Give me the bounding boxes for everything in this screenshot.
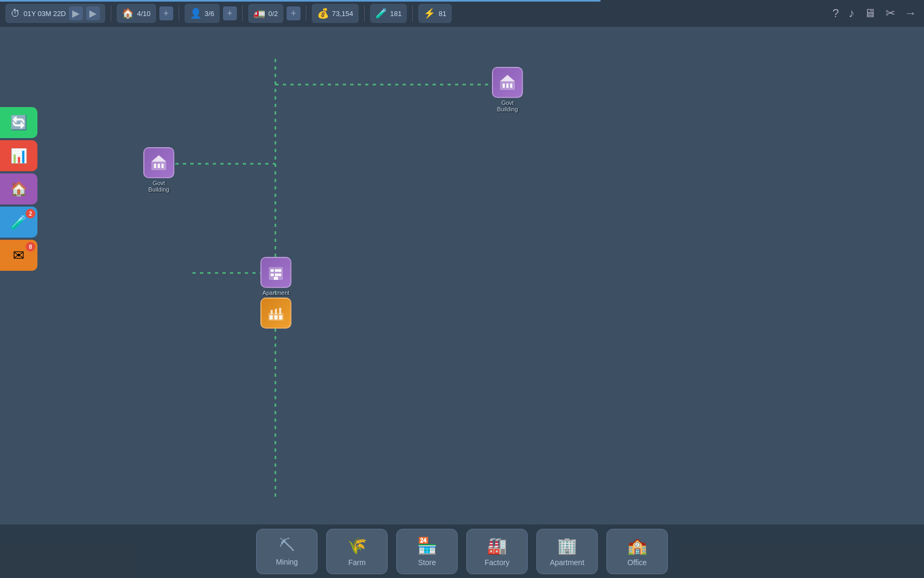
mining-label: Mining — [276, 558, 298, 566]
display-icon[interactable]: 🖥 — [862, 4, 878, 22]
house-count: 4/10 — [137, 10, 150, 18]
farm-button[interactable]: 🌾 Farm — [326, 529, 388, 574]
house-add-button[interactable]: + — [159, 6, 173, 20]
money-display: 💰 73,154 — [312, 4, 359, 23]
svg-rect-15 — [271, 269, 274, 272]
scissors-icon[interactable]: ✂ — [883, 4, 897, 22]
money-icon: 💰 — [317, 7, 329, 19]
mail-button[interactable]: ✉ 8 — [0, 240, 37, 271]
svg-rect-21 — [274, 277, 278, 280]
flask-icon: 🧪 — [375, 7, 387, 19]
mining-button[interactable]: ⛏ Mining — [256, 529, 318, 574]
path-svg — [0, 27, 924, 578]
top-bar: ⏱ 01Y 03M 22D ▶ ▶ 🏠 4/10 + 👤 3/6 + 🚛 0/2… — [0, 0, 924, 27]
mail-badge: 8 — [26, 242, 35, 252]
store-icon: 🏪 — [417, 536, 437, 555]
svg-rect-18 — [271, 273, 274, 276]
svg-rect-27 — [275, 309, 277, 314]
svg-rect-16 — [275, 269, 278, 272]
people-display: 👤 3/6 — [184, 4, 220, 23]
office-button[interactable]: 🏫 Office — [606, 529, 668, 574]
building-govt-1[interactable]: GovtBuilding — [492, 67, 523, 112]
govt-building-label-1: GovtBuilding — [497, 100, 518, 112]
housing-button[interactable]: 🏠 — [0, 173, 37, 204]
govt-building-icon-1 — [492, 67, 523, 98]
house-icon: 🏠 — [122, 7, 134, 19]
exit-icon[interactable]: → — [903, 4, 919, 22]
people-count: 3/6 — [205, 10, 214, 18]
govt-building-label-2: GovtBuilding — [148, 180, 169, 193]
separator-1 — [111, 5, 111, 21]
time-display: ⏱ 01Y 03M 22D ▶ ▶ — [5, 4, 105, 23]
music-icon[interactable]: ♪ — [846, 4, 857, 22]
people-add-button[interactable]: + — [223, 6, 237, 20]
separator-6 — [412, 5, 413, 21]
science-badge: 2 — [26, 209, 35, 218]
mining-icon: ⛏ — [279, 536, 295, 554]
separator-2 — [179, 5, 179, 21]
science-button[interactable]: 🧪 2 — [0, 207, 37, 238]
apartment-button[interactable]: 🏢 Apartment — [536, 529, 598, 574]
building-apartment-1[interactable]: Apartment — [260, 257, 291, 296]
separator-4 — [306, 5, 306, 21]
svg-rect-17 — [278, 269, 281, 272]
progress-bar — [0, 0, 600, 2]
svg-marker-10 — [151, 155, 166, 162]
truck-count: 0/2 — [268, 10, 278, 18]
money-count: 73,154 — [332, 10, 353, 18]
bottom-bar: ⛏ Mining 🌾 Farm 🏪 Store 🏭 Factory 🏢 Apar… — [0, 524, 924, 578]
bolt-icon: ⚡ — [424, 7, 435, 19]
sync-button[interactable]: 🔄 — [0, 107, 37, 138]
people-icon: 👤 — [190, 7, 202, 19]
bolt-display: ⚡ 81 — [418, 4, 451, 23]
clock-icon: ⏱ — [11, 8, 20, 19]
svg-marker-5 — [500, 75, 515, 81]
govt-building-icon-2 — [143, 147, 174, 178]
building-factory-1[interactable] — [260, 298, 291, 329]
apartment-icon: 🏢 — [557, 536, 577, 555]
flask-display: 🧪 181 — [370, 4, 407, 23]
svg-rect-26 — [271, 310, 273, 314]
factory-icon-1 — [260, 298, 291, 329]
flask-count: 181 — [390, 10, 402, 18]
svg-rect-8 — [510, 83, 512, 88]
farm-label: Farm — [348, 558, 366, 567]
store-button[interactable]: 🏪 Store — [396, 529, 458, 574]
svg-rect-6 — [503, 83, 505, 88]
time-value: 01Y 03M 22D — [24, 10, 66, 18]
help-icon[interactable]: ? — [830, 4, 841, 22]
factory-icon: 🏭 — [487, 536, 507, 555]
truck-icon: 🚛 — [253, 7, 265, 19]
svg-rect-20 — [278, 273, 281, 276]
fast-forward-button[interactable]: ▶ — [86, 6, 100, 20]
topbar-right-actions: ? ♪ 🖥 ✂ → — [830, 4, 919, 22]
play-button[interactable]: ▶ — [69, 6, 83, 20]
separator-3 — [242, 5, 243, 21]
farm-icon: 🌾 — [347, 536, 367, 555]
truck-display: 🚛 0/2 — [248, 4, 283, 23]
store-label: Store — [418, 558, 436, 567]
house-display: 🏠 4/10 — [117, 4, 156, 23]
apartment-label: Apartment — [550, 558, 584, 567]
separator-5 — [364, 5, 365, 21]
office-icon: 🏫 — [627, 536, 647, 555]
svg-rect-28 — [279, 308, 281, 314]
svg-rect-11 — [154, 164, 156, 168]
building-govt-2[interactable]: GovtBuilding — [143, 147, 174, 193]
apartment-label-1: Apartment — [263, 290, 290, 296]
svg-rect-25 — [279, 315, 282, 320]
svg-rect-24 — [274, 315, 278, 320]
svg-rect-19 — [275, 273, 278, 276]
office-label: Office — [627, 558, 646, 567]
bolt-count: 81 — [438, 10, 446, 18]
apartment-icon-1 — [260, 257, 291, 288]
svg-rect-13 — [161, 164, 164, 168]
factory-label: Factory — [484, 558, 510, 567]
game-area[interactable]: GovtBuilding GovtBuilding — [0, 27, 924, 578]
svg-rect-12 — [158, 164, 160, 168]
truck-add-button[interactable]: + — [287, 6, 301, 20]
factory-button[interactable]: 🏭 Factory — [466, 529, 528, 574]
side-buttons: 🔄 📊 🏠 🧪 2 ✉ 8 — [0, 107, 37, 271]
chart-button[interactable]: 📊 — [0, 140, 37, 171]
svg-rect-7 — [506, 83, 509, 88]
